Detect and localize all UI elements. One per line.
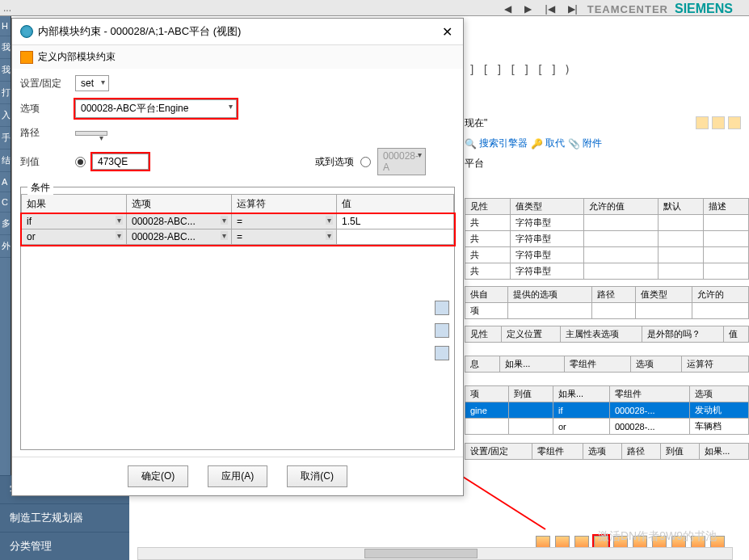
cond-if-select[interactable]: or	[22, 229, 126, 244]
col-header[interactable]: 选项	[583, 444, 621, 460]
attachments-link[interactable]: 附件	[583, 137, 602, 150]
corner-icon[interactable]	[696, 116, 709, 129]
col-header[interactable]: 如果...	[553, 386, 610, 402]
corner-icon[interactable]	[728, 116, 741, 129]
sidebar-item[interactable]: A	[0, 172, 11, 192]
or-option-radio[interactable]	[360, 157, 371, 167]
cancel-button[interactable]: 取消(C)	[287, 465, 347, 487]
col-header[interactable]: 路径	[621, 444, 660, 460]
nav-prev-icon[interactable]: ◀	[501, 3, 515, 15]
conditions-rows: if 000028-ABC... = 1.5L or 000028-ABC...…	[22, 214, 454, 245]
col-header[interactable]: 值	[724, 326, 749, 343]
side-icon[interactable]	[435, 323, 449, 338]
col-header[interactable]: 见性	[465, 326, 502, 343]
col-header[interactable]: 零组件	[564, 356, 631, 373]
condition-row: or 000028-ABC... =	[22, 229, 454, 245]
sidebar-item[interactable]: 我	[0, 36, 11, 59]
sidebar-item[interactable]: 结	[0, 149, 11, 172]
col-header[interactable]: 选项	[690, 386, 749, 402]
col-header[interactable]: 如果...	[700, 444, 749, 460]
sidebar-item[interactable]: 我	[0, 59, 11, 82]
corner-icon[interactable]	[712, 116, 725, 129]
col-header[interactable]: 提供的选项	[508, 287, 592, 303]
tovalue-label: 到值	[20, 155, 69, 169]
side-icon[interactable]	[435, 301, 449, 315]
col-header[interactable]: 到值	[661, 444, 700, 460]
bottom-nav-item[interactable]: 制造工艺规划器	[0, 503, 129, 532]
nav-last-icon[interactable]: ▶|	[565, 3, 581, 15]
cond-header-option[interactable]: 选项	[127, 195, 232, 214]
cond-if-select[interactable]: if	[22, 214, 126, 229]
option-select[interactable]: 000028-ABC平台:Engine	[75, 99, 237, 118]
dialog-titlebar[interactable]: 内部模块约束 - 000028/A;1-ABC平台 (视图) ✕	[12, 19, 463, 45]
or-option-select[interactable]: 000028-A	[377, 148, 426, 175]
cond-option-select[interactable]: 000028-ABC...	[127, 229, 231, 244]
cond-operator-select[interactable]: =	[232, 229, 336, 244]
col-header[interactable]: 供自	[465, 287, 508, 303]
sidebar-item[interactable]: 入	[0, 104, 11, 127]
brackets-text: ] [ ] [ ] [ ] )	[469, 63, 570, 76]
col-header[interactable]: 运算符	[682, 356, 749, 373]
cond-operator-select[interactable]: =	[232, 214, 336, 229]
cond-value-cell[interactable]	[337, 235, 453, 238]
table-row-selected: gine if 000028-... 发动机	[465, 402, 749, 419]
replace-link[interactable]: 取代	[545, 137, 565, 150]
side-icon[interactable]	[435, 346, 449, 360]
cond-header-operator[interactable]: 运算符	[232, 195, 337, 214]
cond-header-value[interactable]: 值	[337, 195, 454, 214]
nav-next-icon[interactable]: ▶	[521, 3, 535, 15]
dialog-subtitle-bar: 定义内部模块约束	[12, 45, 463, 69]
sidebar-item[interactable]: 打	[0, 82, 11, 104]
cond-value-cell[interactable]: 1.5L	[337, 214, 453, 229]
nav-first-icon[interactable]: |◀	[541, 3, 558, 15]
conditions-legend: 条件	[27, 181, 53, 195]
path-select[interactable]	[75, 131, 107, 136]
sidebar-item[interactable]: 多	[0, 213, 11, 235]
horizontal-scrollbar[interactable]	[137, 547, 733, 560]
col-header[interactable]: 值类型	[635, 287, 692, 303]
col-header[interactable]: 如果...	[500, 356, 564, 373]
col-header[interactable]: 零组件	[532, 444, 583, 460]
search-engine-link[interactable]: 搜索引擎器	[479, 137, 528, 150]
sidebar-item[interactable]: 手	[0, 127, 11, 149]
table-row: or 000028-... 车辆档	[465, 419, 749, 435]
apply-button[interactable]: 应用(A)	[208, 465, 267, 487]
sidebar-item[interactable]: 外	[0, 235, 11, 258]
col-header[interactable]: 选项	[631, 356, 682, 373]
col-header[interactable]: 描述	[703, 199, 748, 215]
sidebar-item[interactable]: H	[0, 16, 11, 36]
search-icon: 🔍	[465, 138, 476, 149]
module-icon	[20, 51, 33, 64]
col-header[interactable]: 路径	[592, 287, 635, 303]
col-header[interactable]: 允许的	[692, 287, 748, 303]
col-header[interactable]: 允许的值	[584, 199, 658, 215]
ok-button[interactable]: 确定(O)	[128, 465, 188, 487]
col-header[interactable]: 息	[465, 356, 500, 373]
setfixed-table: 设置/固定 零组件 选项 路径 到值 如果...	[465, 443, 749, 460]
tovalue-input[interactable]: 473QE	[92, 154, 149, 170]
tovalue-radio[interactable]	[75, 157, 86, 167]
siemens-logo: SIEMENS	[675, 2, 733, 16]
info-table: 息 如果... 零组件 选项 运算符	[465, 356, 749, 373]
cond-option-select[interactable]: 000028-ABC...	[127, 214, 231, 229]
internal-module-constraint-dialog: 内部模块约束 - 000028/A;1-ABC平台 (视图) ✕ 定义内部模块约…	[11, 18, 464, 496]
dialog-button-bar: 确定(O) 应用(A) 取消(C)	[12, 457, 463, 495]
col-header[interactable]: 主属性表选项	[560, 326, 642, 343]
col-header[interactable]: 值类型	[511, 199, 584, 215]
set-fixed-select[interactable]: set	[75, 75, 109, 91]
bottom-nav-item[interactable]: 分类管理	[0, 532, 129, 560]
col-header[interactable]: 见性	[465, 199, 511, 215]
col-header[interactable]: 默认	[658, 199, 703, 215]
sidebar-item[interactable]: C	[0, 192, 11, 213]
definition-table: 见性 定义位置 主属性表选项 是外部的吗？ 值	[465, 326, 749, 343]
col-header[interactable]: 到值	[508, 386, 553, 402]
col-header[interactable]: 零组件	[609, 386, 689, 402]
col-header[interactable]: 项	[465, 386, 509, 402]
col-header[interactable]: 设置/固定	[465, 444, 532, 460]
cond-header-if[interactable]: 如果	[22, 195, 127, 214]
condition-row: if 000028-ABC... = 1.5L	[22, 214, 454, 229]
scrollbar-thumb[interactable]	[364, 549, 478, 558]
col-header[interactable]: 是外部的吗？	[642, 326, 724, 343]
close-icon[interactable]: ✕	[439, 23, 455, 40]
col-header[interactable]: 定义位置	[501, 326, 560, 343]
